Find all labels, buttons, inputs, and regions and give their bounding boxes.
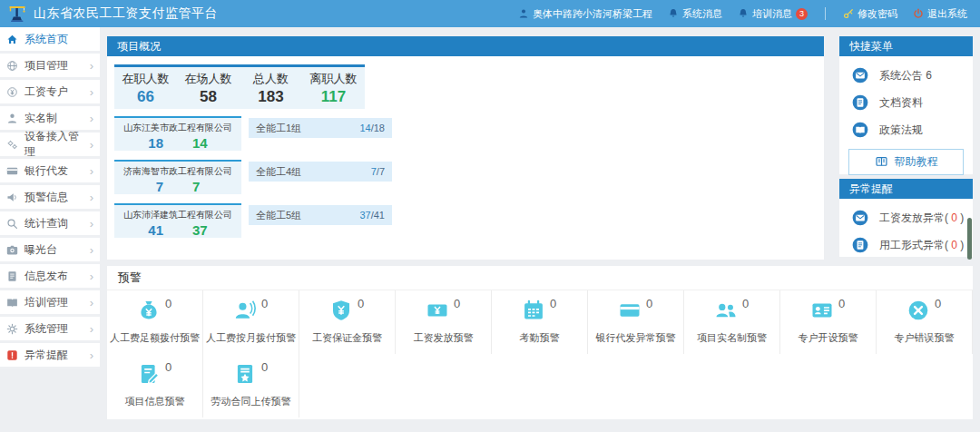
- shield-yen-icon: [330, 299, 352, 321]
- doc-circle-icon: [852, 237, 868, 253]
- wallet-icon: [6, 86, 19, 98]
- warning-count: 0: [935, 297, 941, 310]
- exception-label: 工资发放异常( 0 ): [879, 211, 964, 226]
- warnings-title: 预警: [118, 270, 142, 286]
- sidebar-item-6[interactable]: 预警信息›: [0, 185, 100, 211]
- warning-item-10[interactable]: 0劳动合同上传预警: [203, 354, 299, 417]
- warning-label: 专户错误预警: [895, 331, 955, 345]
- stat-label: 在职人数: [114, 71, 177, 87]
- warning-item-1[interactable]: 0人工费按月拨付预警: [203, 290, 299, 354]
- top-menu-item-3[interactable]: 修改密码: [843, 7, 897, 21]
- group-ratio: 37/41: [359, 210, 385, 221]
- company-name: 山东沛泽建筑工程有限公司: [114, 209, 241, 221]
- exception-label: 用工形式异常( 0 ): [879, 238, 964, 253]
- help-tutorial-button[interactable]: 帮助教程: [848, 149, 964, 175]
- quick-menu-item-1[interactable]: 文档资料: [839, 89, 973, 116]
- company-onduty-count: 7: [156, 179, 163, 194]
- sidebar-item-10[interactable]: 培训管理›: [0, 290, 100, 317]
- top-menu-item-2[interactable]: 培训消息3: [738, 7, 808, 21]
- warning-item-2[interactable]: 0工资保证金预警: [299, 290, 396, 354]
- warning-top: 0: [619, 299, 652, 325]
- stat-value: 117: [302, 88, 365, 106]
- person-sound-icon: [234, 299, 256, 321]
- warning-count: 0: [550, 297, 556, 310]
- stat-label: 在场人数: [177, 71, 240, 87]
- group-row-0[interactable]: 全能工1组14/18: [249, 118, 392, 138]
- warning-count: 0: [838, 297, 845, 310]
- sidebar-item-label: 银行代发: [24, 163, 68, 179]
- warning-item-9[interactable]: 0项目信息预警: [107, 354, 203, 417]
- stat-0: 在职人数66: [114, 67, 177, 109]
- top-menu-label: 系统消息: [682, 7, 722, 21]
- people-icon: [715, 299, 737, 321]
- stat-value: 183: [240, 88, 302, 106]
- top-menu-item-1[interactable]: 系统消息: [668, 7, 722, 21]
- chevron-right-icon: ›: [90, 139, 93, 151]
- devices-icon: [6, 139, 19, 151]
- sidebar-item-label: 设备接入管理: [24, 129, 90, 160]
- sidebar-item-11[interactable]: 系统管理›: [0, 317, 100, 343]
- sidebar-item-9[interactable]: 信息发布›: [0, 264, 100, 290]
- exception-header: 异常提醒: [839, 179, 973, 199]
- warning-count: 0: [454, 297, 460, 310]
- warning-count: 0: [742, 297, 749, 310]
- quick-menu-item-2[interactable]: 政策法规: [839, 116, 973, 143]
- warning-label: 人工费足额拨付预警: [110, 331, 200, 345]
- bankcard-icon: [619, 299, 641, 321]
- warning-top: 0: [426, 299, 460, 325]
- stat-2: 总人数183: [240, 67, 302, 109]
- company-name: 山东江美市政工程有限公司: [114, 122, 241, 134]
- sidebar-item-2[interactable]: 工资专户›: [0, 80, 100, 106]
- company-card-1[interactable]: 济南海智市政工程有限公司77: [114, 160, 241, 194]
- quick-menu-item-0[interactable]: 系统公告 6: [839, 62, 973, 89]
- warning-item-8[interactable]: 0专户错误预警: [877, 290, 973, 354]
- camera-icon: [6, 244, 19, 256]
- company-name: 济南海智市政工程有限公司: [114, 165, 241, 178]
- warning-item-5[interactable]: 0银行代发异常预警: [588, 290, 684, 354]
- company-onsite-count: 37: [192, 222, 208, 238]
- exception-item-0[interactable]: 工资发放异常( 0 ): [839, 204, 973, 231]
- book-icon: [6, 297, 19, 309]
- warning-item-7[interactable]: 0专户开设预警: [780, 290, 877, 354]
- bell-icon: [668, 8, 679, 19]
- help-tutorial-label: 帮助教程: [895, 154, 938, 170]
- warning-item-4[interactable]: 0考勤预警: [492, 290, 588, 354]
- warning-item-0[interactable]: 0人工费足额拨付预警: [107, 290, 203, 354]
- chevron-right-icon: ›: [90, 86, 93, 98]
- sidebar-item-4[interactable]: 设备接入管理›: [0, 133, 100, 159]
- project-overview-header: 项目概况: [107, 36, 824, 56]
- warning-label: 项目实名制预警: [697, 331, 767, 345]
- sidebar-item-0[interactable]: 系统首页: [0, 27, 100, 54]
- help-book-icon: [875, 155, 888, 169]
- sidebar-item-12[interactable]: 异常提醒›: [0, 343, 100, 369]
- sidebar-item-8[interactable]: 曝光台›: [0, 238, 100, 264]
- warning-label: 人工费按月拨付预警: [206, 331, 296, 345]
- doc-pencil-icon: [138, 363, 160, 385]
- quick-menu-header: 快捷菜单: [839, 36, 973, 56]
- group-row-2[interactable]: 全能工5组37/41: [249, 205, 392, 225]
- exception-title: 异常提醒: [849, 182, 893, 197]
- sidebar-item-5[interactable]: 银行代发›: [0, 159, 100, 185]
- company-card-2[interactable]: 山东沛泽建筑工程有限公司4137: [114, 203, 241, 238]
- sidebar-item-7[interactable]: 统计查询›: [0, 211, 100, 238]
- warning-item-3[interactable]: 0工资发放预警: [396, 290, 492, 354]
- company-card-0[interactable]: 山东江美市政工程有限公司1814: [114, 116, 241, 151]
- group-ratio: 7/7: [371, 166, 385, 177]
- sidebar-item-label: 项目管理: [24, 58, 68, 74]
- top-menu-item-4[interactable]: 退出系统: [913, 7, 967, 21]
- warning-label: 项目信息预警: [125, 395, 185, 408]
- exception-item-1[interactable]: 用工形式异常( 0 ): [839, 231, 973, 259]
- chevron-right-icon: ›: [90, 297, 93, 309]
- chevron-right-icon: ›: [90, 244, 93, 256]
- top-menu-item-0[interactable]: 奥体中路跨小清河桥梁工程: [518, 7, 652, 21]
- warning-item-6[interactable]: 0项目实名制预警: [684, 290, 780, 354]
- doc-circle-icon: [852, 94, 868, 111]
- doc-icon: [6, 270, 19, 282]
- user-icon: [6, 113, 19, 124]
- stat-label: 总人数: [240, 71, 302, 87]
- group-row-1[interactable]: 全能工4组7/7: [249, 162, 392, 182]
- sidebar-item-1[interactable]: 项目管理›: [0, 54, 100, 80]
- sidebar-item-label: 实名制: [24, 111, 57, 126]
- scrollbar-thumb[interactable]: [967, 218, 972, 260]
- project-icon: [6, 60, 19, 72]
